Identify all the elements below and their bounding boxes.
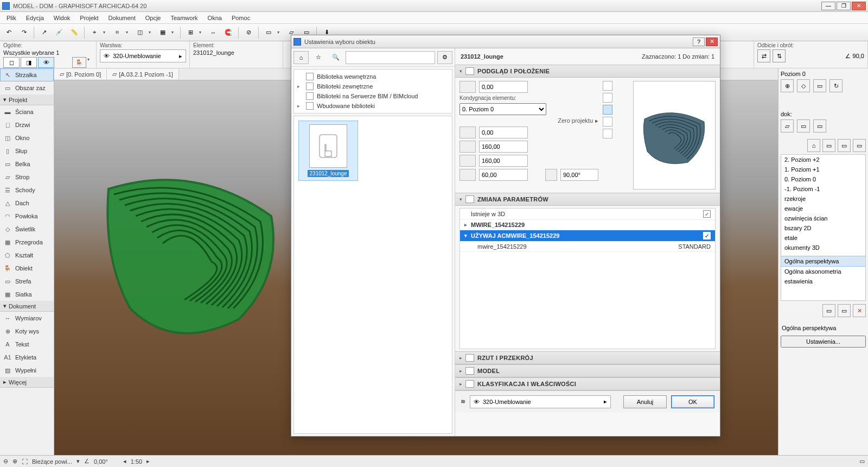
tool-curtain[interactable]: ▦Przegroda [0,236,54,249]
guides-icon[interactable]: ⌗ [111,26,124,39]
menu-pomoc[interactable]: Pomoc [227,14,254,22]
tool-arrow[interactable]: ↖Strzałka [0,68,54,81]
tool-dim[interactable]: ↔Wymiarov [0,312,54,325]
tree-item-builtin[interactable]: ▸Wbudowane biblioteki [295,101,451,111]
nav-mode-1[interactable]: ⌂ [807,139,820,152]
nav-item[interactable]: okumenty 3D [781,243,865,253]
preview-mode-5[interactable] [603,129,612,138]
nav-item-persp[interactable]: Ogólna perspektywa [781,256,865,267]
menu-teamwork[interactable]: Teamwork [166,14,202,22]
menu-edycja[interactable]: Edycja [22,14,48,22]
tool-door[interactable]: ⎕Drzwi [0,118,54,131]
preview-mode-2[interactable] [603,93,612,103]
layer-dropdown[interactable]: 👁 320-Umeblowanie ▸ [100,49,186,62]
select-mode-2[interactable]: ◨ [21,57,37,68]
toolbox-more[interactable]: ▸Więcej [0,377,54,388]
tool-window[interactable]: ◫Okno [0,131,54,144]
preview-mode-3[interactable] [603,105,612,115]
tool-morph[interactable]: ⬠Kształt [0,249,54,262]
tool-beam[interactable]: ▭Belka [0,157,54,171]
tool-skylight[interactable]: ◇Świetlik [0,223,54,236]
nav-item[interactable]: bszary 2D [781,223,865,233]
section-preview-position[interactable]: ▾ PODGLĄD I POŁOŻENIE [455,65,720,78]
zoom-in-icon[interactable]: ⊕ [12,458,17,465]
search-icon[interactable]: 🔍 [328,51,343,64]
dialog-layer-dropdown[interactable]: 👁 320-Umeblowanie ▸ [470,395,611,408]
tool-stair[interactable]: ☰Schody [0,184,54,197]
cursor-icon[interactable]: ⌖ [88,26,101,39]
nav-save-icon[interactable]: ▭ [838,304,851,317]
checkbox-icon[interactable]: ✓ [703,210,711,218]
tree-item-external[interactable]: ▸Biblioteki zewnętrzne [295,81,451,91]
tool-object[interactable]: 🪑Obiekt [0,262,54,275]
tool-slab[interactable]: ▱Strop [0,171,54,184]
tree-item-bimcloud[interactable]: Biblioteki na Serwerze BIM / BIMcloud [295,91,451,101]
elevation-bottom-input[interactable] [479,127,528,138]
align-icon[interactable]: ↔ [207,26,220,39]
tool-level[interactable]: ⊕Koty wys [0,325,54,338]
redo-icon[interactable]: ↷ [17,26,30,39]
section-model[interactable]: ▸ MODEL [455,364,720,377]
tool-mesh[interactable]: ▦Siatka [0,288,54,301]
preview-mode-4[interactable] [603,117,612,127]
favorite-icon[interactable]: ☆ [311,51,326,64]
dim-z-input[interactable] [479,169,528,181]
cancel-button[interactable]: Anuluj [623,395,667,408]
settings-gear-icon[interactable]: ⚙ [437,51,452,64]
section-classification[interactable]: ▸ KLASYFIKACJA I WŁAŚCIWOŚCI [455,377,720,390]
status-field[interactable]: Bieżące powi... [32,458,72,465]
grid-snap-icon[interactable]: ⊞ [184,26,197,39]
tool-shell[interactable]: ◠Powłoka [0,210,54,223]
nav-icon-5[interactable]: ▱ [781,119,794,132]
object-preview[interactable] [633,81,716,190]
menu-opcje[interactable]: Opcje [141,14,165,22]
tool-label[interactable]: A1Etykieta [0,351,54,364]
undo-icon[interactable]: ↶ [2,26,15,39]
nav-item[interactable]: 0. Poziom 0 [781,174,865,184]
param-use-acmwire[interactable]: ▾UŻYWAJ ACMWIRE_154215229 ✓ [460,230,715,242]
elevation-top-input[interactable] [479,81,528,93]
nav-icon-2[interactable]: ◇ [797,79,810,92]
library-item-lounge[interactable]: 231012_lounge [298,121,358,181]
nav-new-icon[interactable]: ▭ [822,304,835,317]
zoom-out-icon[interactable]: ⊖ [3,458,8,465]
zoom-fit-icon[interactable]: ⛶ [22,458,28,465]
model-icon[interactable]: ▭ [859,458,865,465]
pick-icon[interactable]: ↗ [37,26,50,39]
nav-item[interactable]: rzekroje [781,194,865,204]
magnet-icon[interactable]: 🧲 [222,26,235,39]
menu-plik[interactable]: Plik [2,14,21,22]
section-parameters[interactable]: ▾ ZMIANA PARAMETRÓW [455,193,720,206]
library-home-icon[interactable]: ⌂ [293,51,309,64]
search-input[interactable] [346,51,435,64]
ruler-icon[interactable]: 📏 [68,26,81,39]
toolbox-header-project[interactable]: ▾Projekt [0,94,54,105]
nav-item[interactable]: etale [781,233,865,243]
menu-dokument[interactable]: Dokument [104,14,140,22]
tool-text[interactable]: ATekst [0,338,54,351]
dialog-help-button[interactable]: ? [693,37,705,46]
nav-item-axo[interactable]: Ogólna aksonometria [781,267,865,276]
grid-icon[interactable]: ▦ [156,26,169,39]
mirror-v-icon[interactable]: ⇅ [773,49,786,62]
nav-item[interactable]: 1. Poziom +1 [781,165,865,174]
minimize-button[interactable]: — [821,2,835,10]
story-select[interactable]: 0. Poziom 0 [459,103,546,115]
snap-icon[interactable]: ◫ [133,26,146,39]
param-mwire-group[interactable]: ▸MWIRE_154215229 [460,220,715,230]
view-tab-2[interactable]: ▱[A.03.2.1 Poziom -1] [107,69,179,79]
inject-icon[interactable]: 💉 [53,26,66,39]
menu-projekt[interactable]: Projekt [75,14,103,22]
select-mode-3[interactable]: 👁 [38,57,54,68]
angle-input[interactable] [560,169,598,181]
menu-widok[interactable]: Widok [49,14,75,22]
menu-okna[interactable]: Okna [203,14,226,22]
preview-mode-1[interactable] [603,81,612,91]
tool-roof[interactable]: △Dach [0,197,54,210]
nav-icon-4[interactable]: ↻ [829,79,843,92]
section-plan-section[interactable]: ▸ RZUT I PRZEKRÓJ [455,351,720,364]
close-button[interactable]: ✕ [852,2,866,10]
nav-icon-6[interactable]: ▭ [797,119,810,132]
nav-item-settings[interactable]: estawienia [781,276,865,286]
tool-marquee[interactable]: ▭Obszar zaz [0,81,54,94]
